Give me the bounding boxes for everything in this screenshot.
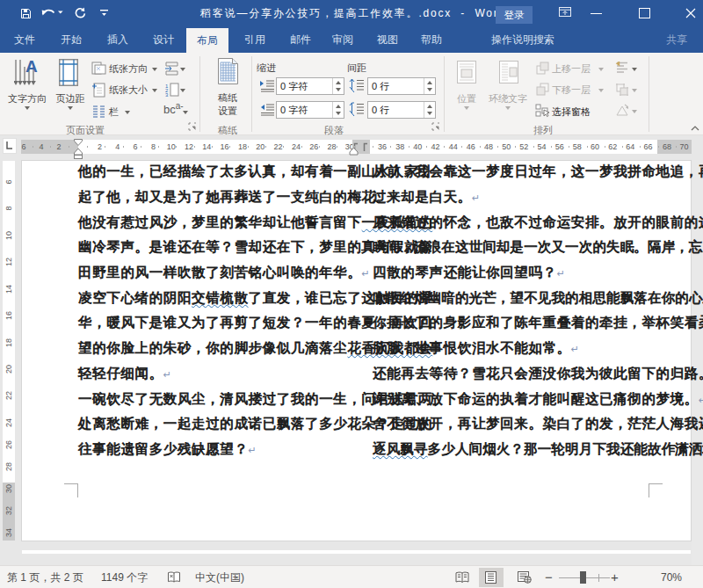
svg-text:3: 3	[165, 92, 169, 98]
svg-text:A: A	[25, 57, 38, 76]
